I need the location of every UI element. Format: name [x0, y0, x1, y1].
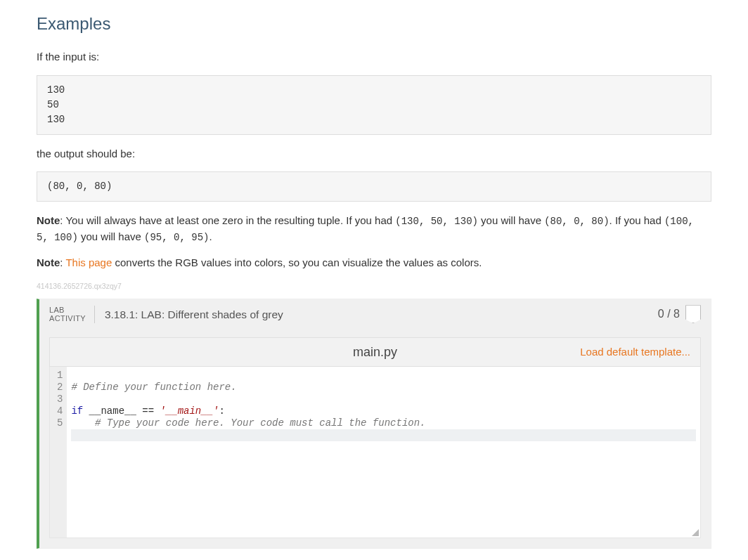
examples-heading: Examples	[37, 11, 711, 37]
code-string-main: '__main__'	[154, 405, 219, 417]
code-comment: # Define your function here.	[71, 382, 236, 393]
lab-activity-label: LAB ACTIVITY	[49, 306, 95, 323]
code-comment: # Type your code here. Your code must ca…	[71, 417, 425, 429]
lab-activity-box: LAB ACTIVITY 3.18.1: LAB: Different shad…	[37, 299, 711, 549]
note1-label: Note	[37, 214, 60, 226]
input-example-code: 130 50 130	[37, 75, 711, 135]
line-number: 4	[57, 405, 63, 417]
line-number-gutter: 1 2 3 4 5	[50, 367, 67, 538]
code-blank-line	[71, 393, 77, 405]
resize-handle-icon[interactable]	[692, 529, 699, 536]
code-colon: :	[219, 405, 224, 417]
note1-text-c: . If you had	[610, 214, 664, 226]
output-should-be-text: the output should be:	[37, 146, 711, 162]
lab-title: 3.18.1: LAB: Different shades of grey	[105, 306, 658, 323]
line-number: 2	[57, 382, 63, 393]
code-editor[interactable]: 1 2 3 4 5 # Define your function here. i…	[49, 367, 701, 538]
note2-paragraph: Note: This page converts the RGB values …	[37, 255, 711, 271]
editor-wrap: main.py Load default template... 1 2 3 4…	[49, 337, 701, 538]
note1-text-b: you will have	[478, 214, 544, 226]
this-page-link[interactable]: This page	[65, 256, 112, 268]
code-eq: ==	[142, 405, 154, 417]
line-number: 5	[57, 417, 63, 429]
code-area[interactable]: # Define your function here. if __name__…	[67, 367, 700, 538]
code-keyword-if: if	[71, 405, 83, 417]
output-example-code: (80, 0, 80)	[37, 171, 711, 202]
note1-text-e: .	[209, 230, 212, 242]
lab-score: 0 / 8	[658, 306, 680, 323]
code-current-line	[71, 429, 696, 441]
if-input-text: If the input is:	[37, 49, 711, 65]
line-number: 3	[57, 393, 63, 405]
score-badge-icon	[685, 305, 701, 323]
lab-label-line1: LAB	[49, 306, 86, 315]
note2-label: Note	[37, 256, 60, 268]
watermark-id: 414136.2652726.qx3zqy7	[37, 281, 711, 292]
note1-text-d: you will have	[78, 230, 144, 242]
load-default-template-button[interactable]: Load default template...	[580, 344, 690, 360]
line-number: 1	[57, 370, 63, 382]
note2-body: converts the RGB values into colors, so …	[112, 256, 482, 268]
code-name-var: __name__	[83, 405, 142, 417]
editor-tabbar: main.py Load default template...	[49, 337, 701, 367]
note1-code4: (95, 0, 95)	[144, 232, 209, 243]
lab-header: LAB ACTIVITY 3.18.1: LAB: Different shad…	[39, 299, 711, 329]
lab-label-line2: ACTIVITY	[49, 314, 86, 323]
note1-code2: (80, 0, 80)	[544, 216, 609, 227]
note1-code1: (130, 50, 130)	[395, 216, 478, 227]
note1-paragraph: Note: You will always have at least one …	[37, 213, 711, 245]
note1-text-a: : You will always have at least one zero…	[60, 214, 395, 226]
filename-label: main.py	[353, 343, 397, 362]
